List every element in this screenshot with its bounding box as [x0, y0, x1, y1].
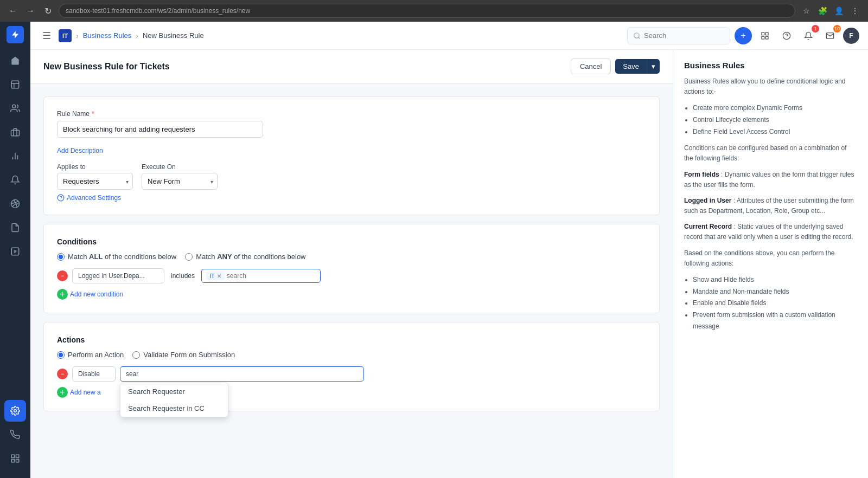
tag-remove-button[interactable]: ✕ [217, 273, 221, 279]
bullet-lifecycle: Control Lifecycle elements [693, 114, 857, 126]
execute-on-label: Execute On [142, 163, 218, 171]
url-bar[interactable]: sandbox-test01.freshcmdb.com/ws/2/admin/… [59, 4, 795, 18]
add-description-link[interactable]: Add Description [57, 147, 103, 154]
sidebar-item-analytics[interactable] [4, 241, 26, 262]
sidebar-item-alerts[interactable] [4, 169, 26, 191]
advanced-settings-link[interactable]: Advanced Settings [57, 194, 646, 202]
svg-rect-2 [11, 130, 20, 136]
bullet-enable-disable: Enable and Disable fields [693, 298, 857, 309]
remove-action-button[interactable]: − [57, 369, 68, 379]
add-action-button[interactable]: + [57, 387, 68, 398]
action-dropdown: Search Requester Search Requester in CC [120, 383, 228, 417]
sidebar-item-contacts[interactable] [4, 98, 26, 119]
condition-tag-input[interactable] [227, 272, 259, 280]
form-area: New Business Rule for Tickets Cancel Sav… [30, 50, 673, 478]
perform-action-radio[interactable] [57, 351, 65, 359]
sidebar-item-tickets[interactable] [4, 74, 26, 95]
right-panel-bullets-1: Create more complex Dynamic Forms Contro… [684, 102, 857, 138]
right-panel-conditions-text: Conditions can be configured based on a … [684, 143, 857, 164]
sidebar-item-home[interactable] [4, 50, 26, 72]
top-navigation: ☰ IT › Business Rules › New Business Rul… [30, 22, 868, 50]
action-type-field[interactable]: Disable [72, 366, 116, 382]
sidebar-item-assets[interactable] [4, 121, 26, 143]
sidebar-item-apps[interactable] [4, 193, 26, 215]
svg-rect-8 [11, 460, 14, 462]
search-bar[interactable] [627, 27, 730, 44]
svg-point-1 [12, 105, 16, 108]
perform-action-text: Perform an Action [68, 351, 124, 359]
bullet-show-hide: Show and Hide fields [693, 274, 857, 286]
profile-button[interactable]: 👤 [832, 4, 845, 17]
action-search-input[interactable] [120, 366, 364, 382]
svg-point-10 [634, 33, 639, 37]
condition-tag-it: IT ✕ [206, 272, 225, 280]
sidebar-item-grid[interactable] [4, 448, 26, 469]
match-all-label[interactable]: Match ALL of the conditions below [57, 253, 176, 261]
svg-rect-11 [762, 33, 764, 35]
match-any-label[interactable]: Match ANY of the conditions below [185, 253, 305, 261]
validate-radio[interactable] [132, 351, 140, 359]
condition-field[interactable]: Logged in User.Depa... [72, 268, 164, 283]
form-fields-label: Form fields [684, 171, 719, 178]
page-header: New Business Rule for Tickets Cancel Sav… [30, 50, 673, 83]
match-all-radio[interactable] [57, 253, 65, 261]
search-input[interactable] [644, 31, 709, 40]
save-button-group: Save ▾ [615, 59, 660, 74]
action-type-row: Perform an Action Validate Form on Submi… [57, 351, 646, 359]
sidebar-item-phone[interactable] [4, 424, 26, 445]
back-button[interactable]: ← [7, 4, 20, 17]
reload-button[interactable]: ↻ [41, 4, 54, 17]
search-icon [633, 32, 641, 40]
svg-rect-9 [16, 460, 19, 462]
help-button[interactable] [778, 27, 795, 44]
help-circle-icon [57, 194, 65, 202]
sidebar-item-settings[interactable] [4, 400, 26, 422]
cancel-button[interactable]: Cancel [571, 59, 611, 74]
add-condition-button[interactable]: + [57, 289, 68, 300]
conditions-title: Conditions [57, 237, 646, 246]
grid-icon-button[interactable] [756, 27, 774, 44]
app-logo[interactable] [7, 26, 24, 43]
save-button[interactable]: Save [615, 59, 647, 74]
left-sidebar [0, 22, 30, 478]
user-avatar[interactable]: F [843, 28, 859, 44]
add-condition-link[interactable]: + Add new condition [57, 289, 646, 300]
extension-button[interactable]: 🧩 [816, 4, 829, 17]
applies-to-label: Applies to [57, 163, 133, 171]
execute-on-select[interactable]: New Form [142, 173, 218, 190]
validate-label[interactable]: Validate Form on Submission [132, 351, 235, 359]
match-row: Match ALL of the conditions below Match … [57, 253, 646, 261]
add-action-text: Add new a [70, 389, 101, 396]
save-dropdown-button[interactable]: ▾ [647, 59, 660, 74]
add-button[interactable]: + [735, 27, 752, 44]
condition-operator: includes [169, 269, 197, 283]
page-title: New Business Rule for Tickets [43, 62, 170, 72]
sidebar-item-documents[interactable] [4, 217, 26, 238]
rule-name-label: Rule Name [57, 110, 90, 118]
menu-toggle[interactable]: ☰ [39, 28, 54, 43]
conditions-section: Conditions Match ALL of the conditions b… [43, 224, 660, 313]
match-any-radio[interactable] [185, 253, 193, 261]
dropdown-item-search-requester[interactable]: Search Requester [120, 383, 228, 400]
bullet-prevent-submit: Prevent form submission with a custom va… [693, 309, 857, 333]
perform-action-label[interactable]: Perform an Action [57, 351, 124, 359]
remove-condition-button[interactable]: − [57, 270, 68, 281]
browser-chrome: ← → ↻ sandbox-test01.freshcmdb.com/ws/2/… [0, 0, 868, 22]
right-panel-form-fields: Form fields : Dynamic values on the form… [684, 170, 857, 190]
menu-button[interactable]: ⋮ [848, 4, 861, 17]
svg-rect-13 [762, 36, 764, 39]
dropdown-item-search-requester-cc[interactable]: Search Requester in CC [120, 400, 228, 417]
current-record-label: Current Record [684, 223, 732, 230]
condition-tags-input[interactable]: IT ✕ [201, 269, 321, 283]
breadcrumb-business-rules[interactable]: Business Rules [83, 31, 132, 40]
right-panel: Business Rules Business Rules allow you … [673, 50, 868, 478]
applies-to-select[interactable]: Requesters [57, 173, 133, 190]
bookmark-button[interactable]: ☆ [800, 4, 813, 17]
forward-button[interactable]: → [24, 4, 37, 17]
svg-rect-12 [765, 33, 768, 35]
sidebar-item-reports[interactable] [4, 145, 26, 167]
rule-name-input[interactable] [57, 121, 263, 138]
messages-badge: 10 [833, 25, 841, 33]
svg-rect-0 [11, 81, 19, 88]
right-panel-bullets-2: Show and Hide fields Mandate and Non-man… [684, 274, 857, 333]
